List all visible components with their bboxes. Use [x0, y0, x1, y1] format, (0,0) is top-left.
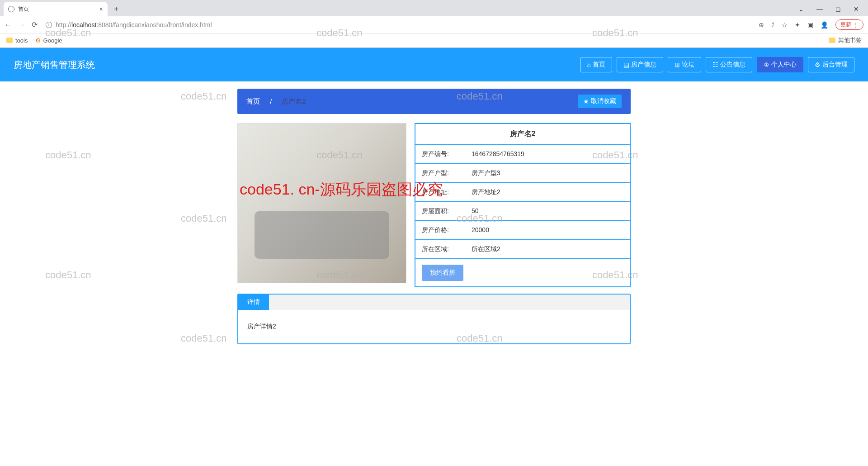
info-row: 房产编号:164672854765319: [415, 145, 630, 164]
nav-property[interactable]: ▤房产信息: [617, 57, 663, 72]
cancel-favorite-button[interactable]: ★ 取消收藏: [578, 95, 622, 108]
app-header: 房地产销售管理系统 ⌂首页 ▤房产信息 ⊞论坛 ☷公告信息 ♔个人中心 ⚙后台管…: [0, 48, 868, 81]
info-label: 房产户型:: [415, 164, 465, 182]
link-icon: ⚙: [815, 61, 821, 68]
watermark: code51.cn: [181, 90, 227, 102]
nav-announce[interactable]: ☷公告信息: [706, 57, 752, 72]
home-icon: ⌂: [587, 61, 591, 68]
forward-button: →: [18, 21, 25, 29]
list-icon: ▤: [623, 61, 629, 68]
user-icon: ♔: [764, 61, 769, 68]
nav-admin[interactable]: ⚙后台管理: [808, 57, 854, 72]
extensions-icon[interactable]: ✦: [795, 21, 800, 29]
browser-chrome: 首页 × + ⌄ — ◻ ✕ ← → ⟳ i http://localhost:…: [0, 0, 868, 48]
detail-tabs: 详情 房产详情2: [237, 294, 631, 344]
toolbar-right: ⊕ ⤴ ☆ ✦ ▣ 👤 更新 ⋮: [759, 19, 863, 30]
info-value: 50: [465, 202, 630, 220]
browser-toolbar: ← → ⟳ i http://localhost:8080/fangdicanx…: [0, 16, 868, 33]
info-value: 房产地址2: [465, 183, 630, 201]
globe-icon: [8, 6, 14, 12]
info-label: 所在区域:: [415, 240, 465, 258]
property-title: 房产名2: [415, 124, 630, 145]
star-icon[interactable]: ☆: [782, 21, 788, 29]
info-label: 房屋面积:: [415, 202, 465, 220]
panel-icon[interactable]: ▣: [807, 21, 813, 29]
tab-detail[interactable]: 详情: [238, 295, 269, 310]
action-row: 预约看房: [415, 259, 630, 286]
bookmark-tools[interactable]: tools: [6, 37, 28, 44]
maximize-icon[interactable]: ◻: [835, 5, 841, 13]
profile-icon[interactable]: 👤: [821, 21, 828, 29]
property-image: [237, 123, 406, 283]
url-text: http://localhost:8080/fangdicanxiaoshou/…: [56, 21, 212, 29]
tab-bar: 首页 × + ⌄ — ◻ ✕: [0, 0, 868, 16]
app-nav: ⌂首页 ▤房产信息 ⊞论坛 ☷公告信息 ♔个人中心 ⚙后台管理: [580, 57, 854, 72]
breadcrumb-sep: /: [270, 98, 272, 105]
browser-tab[interactable]: 首页 ×: [4, 2, 108, 16]
chat-icon: ⊞: [675, 61, 680, 68]
minimize-icon[interactable]: —: [816, 5, 823, 13]
info-value: 164672854765319: [465, 145, 630, 163]
share-icon[interactable]: ⤴: [771, 21, 774, 29]
close-icon[interactable]: ×: [99, 5, 103, 13]
new-tab-button[interactable]: +: [114, 5, 119, 14]
info-label: 房产地址:: [415, 183, 465, 201]
content-area: 首页 / 房产名2 ★ 取消收藏 房产名2 房产编号:1646728547653…: [237, 89, 631, 344]
info-row: 房产户型:房产户型3: [415, 164, 630, 183]
reload-button[interactable]: ⟳: [32, 20, 38, 29]
watermark: code51.cn: [45, 269, 91, 281]
update-button[interactable]: 更新 ⋮: [835, 19, 863, 30]
close-window-icon[interactable]: ✕: [854, 5, 859, 13]
chevron-down-icon[interactable]: ⌄: [798, 5, 804, 13]
zoom-icon[interactable]: ⊕: [759, 21, 764, 29]
watermark: code51.cn: [45, 149, 91, 161]
google-icon: G: [36, 37, 40, 44]
info-row: 房屋面积:50: [415, 202, 630, 221]
appointment-button[interactable]: 预约看房: [422, 265, 463, 281]
app-title: 房地产销售管理系统: [14, 59, 95, 71]
info-value: 20000: [465, 221, 630, 239]
info-row: 所在区域:所在区域2: [415, 240, 630, 259]
nav-personal[interactable]: ♔个人中心: [757, 57, 803, 72]
info-value: 房产户型3: [465, 164, 630, 182]
star-icon: ★: [583, 98, 589, 105]
back-button[interactable]: ←: [5, 21, 12, 29]
tab-head: 详情: [238, 295, 630, 310]
watermark: code51.cn: [181, 333, 227, 344]
announce-icon: ☷: [712, 61, 718, 68]
detail-row: 房产名2 房产编号:164672854765319房产户型:房产户型3房产地址:…: [237, 123, 631, 287]
bookmark-bar: tools GGoogle 其他书签: [0, 33, 868, 48]
breadcrumb-current: 房产名2: [282, 97, 306, 106]
folder-icon: [6, 38, 13, 43]
info-value: 所在区域2: [465, 240, 630, 258]
info-icon[interactable]: i: [46, 22, 52, 28]
info-label: 房产价格:: [415, 221, 465, 239]
info-row: 房产地址:房产地址2: [415, 183, 630, 202]
info-row: 房产价格:20000: [415, 221, 630, 240]
tab-title: 首页: [18, 5, 29, 13]
bookmark-other[interactable]: 其他书签: [829, 36, 862, 44]
info-table: 房产名2 房产编号:164672854765319房产户型:房产户型3房产地址:…: [415, 123, 631, 287]
detail-content: 房产详情2: [238, 310, 630, 343]
watermark: code51.cn: [181, 213, 227, 224]
nav-home[interactable]: ⌂首页: [580, 57, 612, 72]
folder-icon: [829, 38, 835, 43]
bookmark-google[interactable]: GGoogle: [36, 37, 62, 44]
window-controls: ⌄ — ◻ ✕: [798, 5, 864, 13]
breadcrumb-home[interactable]: 首页: [246, 97, 260, 106]
nav-forum[interactable]: ⊞论坛: [668, 57, 701, 72]
info-label: 房产编号:: [415, 145, 465, 163]
breadcrumb: 首页 / 房产名2 ★ 取消收藏: [237, 89, 631, 114]
address-bar[interactable]: i http://localhost:8080/fangdicanxiaosho…: [44, 21, 752, 29]
